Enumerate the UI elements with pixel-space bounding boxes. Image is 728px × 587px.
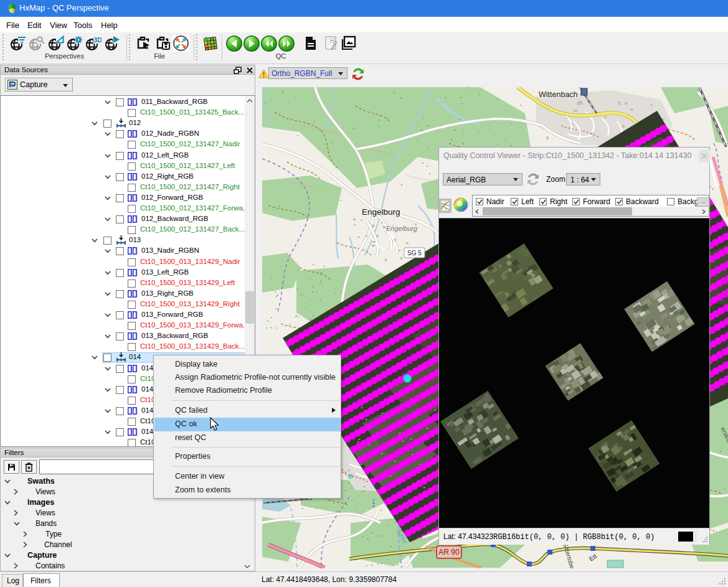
svg-text:3D: 3D bbox=[93, 36, 102, 44]
svg-text:Engelburg: Engelburg bbox=[362, 207, 400, 217]
svg-text:Wittenbach: Wittenbach bbox=[539, 90, 578, 99]
svg-text:Engelburg: Engelburg bbox=[386, 225, 418, 232]
svg-text:SG 5: SG 5 bbox=[407, 250, 422, 256]
